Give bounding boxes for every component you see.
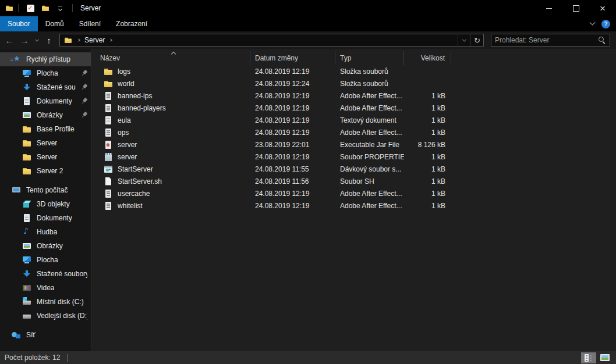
details-view-button[interactable] [581,352,596,363]
documents-icon [22,97,31,106]
file-type: Soubor SH [335,177,404,185]
file-name: banned-players [118,104,166,112]
json-doc-icon [104,104,113,113]
file-name-cell: ops [91,128,250,137]
sidebar-item[interactable]: Rychlý přístup [0,52,91,66]
sidebar-item-label: Obrázky [37,111,63,119]
folder-icon [22,152,31,162]
column-header-name[interactable]: Název [91,51,250,65]
chevron-down-icon [34,37,38,41]
sidebar-item[interactable]: Stažené soubory [0,80,91,94]
pc-icon [12,185,21,195]
thumbnail-view-button[interactable] [597,352,613,363]
sidebar-item[interactable]: Tento počítač [0,183,91,197]
address-history-button[interactable] [458,34,470,46]
sidebar-item-label: Rychlý přístup [26,55,70,63]
file-row[interactable]: world 24.08.2019 12:24 Složka souborů [91,77,616,90]
breadcrumb-item[interactable]: Server [84,36,105,44]
file-row[interactable]: banned-ips 24.08.2019 12:19 Adobe After … [91,90,616,102]
breadcrumb-chevron-icon [109,38,113,42]
json-doc-icon [104,201,113,210]
search-icon[interactable] [598,36,606,44]
titlebar: Server [0,0,616,16]
sidebar-item-label: Obrázky [37,242,63,250]
ribbon-tab[interactable]: Zobrazení [108,16,155,31]
batch-icon [104,165,113,174]
file-row[interactable]: StartServer 24.08.2019 11:55 Dávkový sou… [91,163,616,175]
qat-customize-button[interactable] [53,0,68,16]
sidebar-item-label: Stažené soubory [37,270,87,278]
file-type: Adobe After Effect... [335,104,404,112]
search-input[interactable] [495,36,598,44]
maximize-button[interactable] [562,0,589,16]
file-row[interactable]: eula 24.08.2019 12:19 Textový dokument 1… [91,114,616,126]
column-header-label: Velikost [421,54,445,62]
sidebar-item[interactable]: 3D objekty [0,197,91,211]
ribbon-tab[interactable]: Soubor [0,16,38,31]
file-row[interactable]: usercache 24.08.2019 12:19 Adobe After E… [91,187,616,199]
column-header-size[interactable]: Velikost [404,51,451,65]
sidebar-item[interactable]: Dokumenty [0,94,91,108]
sidebar-item[interactable]: Videa [0,281,91,295]
sidebar-item[interactable]: Vedlejší disk (D:) [0,309,91,323]
file-type: Složka souborů [335,80,404,88]
items-count: Počet položek: 12 [5,354,60,362]
documents-icon [22,213,31,223]
sidebar-item[interactable]: Server [0,136,91,150]
sidebar-item[interactable]: Obrázky [0,108,91,122]
address-bar[interactable]: Server [59,34,484,47]
sidebar-item[interactable]: Hudba [0,225,91,239]
sidebar-item[interactable]: Plocha [0,253,91,267]
file-row[interactable]: ops 24.08.2019 12:19 Adobe After Effect.… [91,126,616,138]
desktop-icon [22,255,31,265]
file-row[interactable]: StartServer.sh 24.08.2019 11:56 Soubor S… [91,175,616,187]
qat-new-folder-button[interactable] [38,0,53,16]
column-header-type[interactable]: Typ [335,51,404,65]
sidebar-item[interactable]: Dokumenty [0,211,91,225]
sidebar-item[interactable]: Místní disk (C:) [0,295,91,309]
file-name: StartServer [118,165,153,173]
file-row[interactable]: banned-players 24.08.2019 12:19 Adobe Af… [91,102,616,114]
sidebar-item[interactable]: Server 2 [0,164,91,178]
sidebar-item[interactable]: Obrázky [0,239,91,253]
file-name-cell: server [91,140,250,149]
sidebar-item[interactable]: Server [0,150,91,164]
refresh-button[interactable] [470,34,483,46]
up-button[interactable] [42,33,56,47]
qat-properties-button[interactable] [23,0,38,16]
pin-icon [79,110,88,120]
file-name-cell: StartServer [91,165,250,174]
close-button[interactable] [589,0,616,16]
ribbon-tab[interactable]: Domů [38,16,72,31]
sidebar-item[interactable]: Síť [0,328,91,342]
file-row[interactable]: server 24.08.2019 12:19 Soubor PROPERTIE… [91,151,616,163]
sidebar-item[interactable]: Stažené soubory [0,267,91,281]
json-doc-icon [104,189,113,198]
status-bar: Počet položek: 12 [0,351,616,364]
help-icon[interactable] [601,20,610,28]
folder-icon [22,138,31,148]
file-name-cell: banned-players [91,104,250,113]
desktop-icon [22,69,31,78]
ribbon-tab-label: Soubor [8,20,30,28]
file-type: Složka souborů [335,67,404,76]
back-button[interactable] [2,33,16,47]
file-date-modified: 23.08.2019 22:01 [250,141,335,149]
file-name: world [118,80,134,88]
file-row[interactable]: logs 24.08.2019 12:19 Složka souborů [91,65,616,77]
sidebar-item[interactable]: Plocha [0,66,91,80]
titlebar-separator [18,4,19,12]
forward-button[interactable] [17,33,31,47]
file-row[interactable]: server 23.08.2019 22:01 Executable Jar F… [91,138,616,151]
folder-icon [104,79,113,88]
file-row[interactable]: whitelist 24.08.2019 12:19 Adobe After E… [91,199,616,212]
column-header-date-modified[interactable]: Datum změny [250,51,335,65]
window-controls [536,0,616,16]
view-switcher [581,352,613,363]
ribbon-collapse-icon[interactable] [590,19,596,25]
ribbon-tab[interactable]: Sdílení [72,16,108,31]
recent-locations-button[interactable] [33,33,41,47]
sidebar-item[interactable]: Base Profile [0,122,91,136]
pin-icon [79,97,88,106]
minimize-button[interactable] [536,0,562,16]
